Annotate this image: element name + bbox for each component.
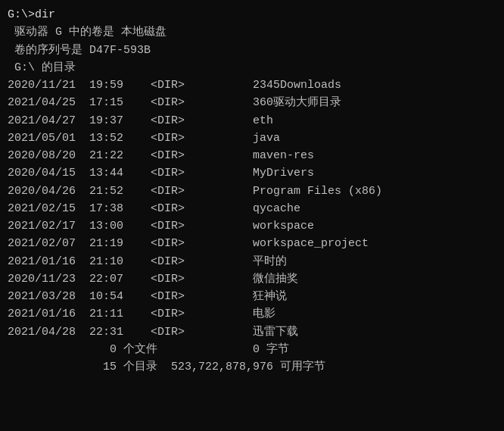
- dir-entry-11: 2021/01/16 21:10 <DIR> 平时的: [8, 253, 496, 270]
- dir-entry-5: 2020/08/20 21:22 <DIR> maven-res: [8, 147, 496, 164]
- dir-entry-14: 2021/01/16 21:11 <DIR> 电影: [8, 305, 496, 323]
- dir-entry-13: 2021/03/28 10:54 <DIR> 狂神说: [8, 288, 496, 305]
- dir-entry-15: 2021/04/28 22:31 <DIR> 迅雷下载: [8, 323, 496, 341]
- terminal-window: G:\>dir 驱动器 G 中的卷是 本地磁盘 卷的序列号是 D47F-593B…: [0, 0, 504, 431]
- dir-header-line: G:\ 的目录: [8, 59, 496, 77]
- dir-entry-12: 2020/11/23 22:07 <DIR> 微信抽奖: [8, 270, 496, 288]
- volume-label-line: 驱动器 G 中的卷是 本地磁盘: [8, 23, 496, 41]
- volume-serial-line: 卷的序列号是 D47F-593B: [8, 42, 496, 59]
- dir-entry-3: 2021/04/27 19:37 <DIR> eth: [8, 112, 496, 130]
- dir-entry-8: 2021/02/15 17:38 <DIR> qycache: [8, 200, 496, 217]
- dir-entry-6: 2020/04/15 13:44 <DIR> MyDrivers: [8, 164, 496, 182]
- command-line: G:\>dir: [8, 6, 496, 23]
- dir-entry-1: 2020/11/21 19:59 <DIR> 2345Downloads: [8, 77, 496, 94]
- file-count-line: 0 个文件 0 字节: [8, 341, 496, 358]
- dir-entry-10: 2021/02/07 21:19 <DIR> workspace_project: [8, 235, 496, 252]
- dir-entry-7: 2020/04/26 21:52 <DIR> Program Files (x8…: [8, 183, 496, 200]
- dir-entry-2: 2021/04/25 17:15 <DIR> 360驱动大师目录: [8, 94, 496, 111]
- dir-count-line: 15 个目录 523,722,878,976 可用字节: [8, 358, 496, 376]
- dir-entry-9: 2021/02/17 13:00 <DIR> workspace: [8, 217, 496, 235]
- dir-entry-4: 2021/05/01 13:52 <DIR> java: [8, 130, 496, 147]
